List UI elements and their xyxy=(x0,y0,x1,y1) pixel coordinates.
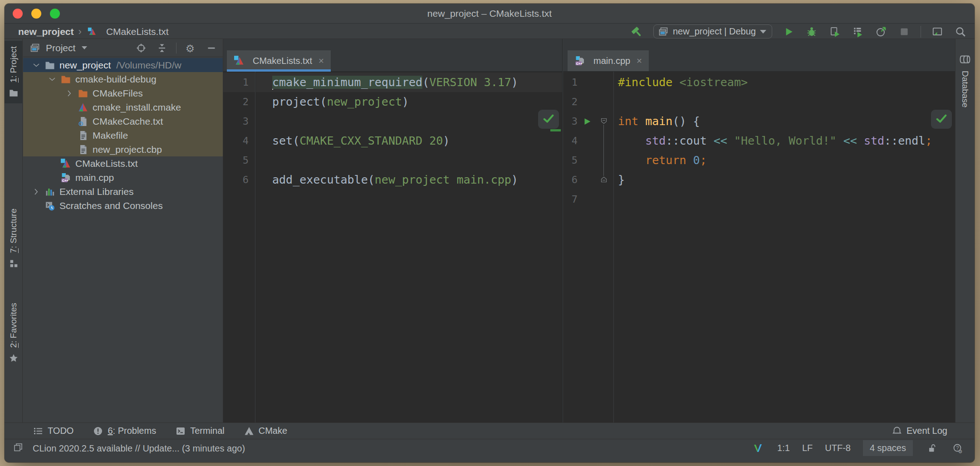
attach-profiler-button[interactable] xyxy=(851,25,865,39)
tree-item-main-cpp[interactable]: C++main.cpp xyxy=(23,170,223,184)
code-area-maincpp[interactable]: 1234567 #include <iostream>int main() { … xyxy=(563,72,955,422)
status-item-utf8[interactable]: UTF-8 xyxy=(825,443,851,453)
status-message[interactable]: CLion 2020.2.5 available // Update... (3… xyxy=(33,443,245,454)
code-line-5[interactable]: return 0; xyxy=(614,150,955,170)
editor-code[interactable]: #include <iostream>int main() { std::cou… xyxy=(614,72,955,422)
sidebar-item-database[interactable]: Database xyxy=(956,48,975,113)
run-configuration-selector[interactable]: new_project | Debug xyxy=(653,24,772,39)
close-tab-icon[interactable]: ✕ xyxy=(636,57,642,65)
code-line-7[interactable] xyxy=(614,189,955,209)
structure-icon xyxy=(9,258,19,268)
toolwindow-button-problems[interactable]: 6: Problems xyxy=(93,426,156,437)
locate-button[interactable] xyxy=(134,41,148,55)
close-tab-icon[interactable]: ✕ xyxy=(318,57,324,65)
tree-item-cmakelists-txt[interactable]: CMakeLists.txt xyxy=(23,156,223,170)
breadcrumb-file[interactable]: CMakeLists.txt xyxy=(106,26,169,37)
code-line-3[interactable]: int main() { xyxy=(614,112,955,131)
tree-item-new-project-cbp[interactable]: new_project.cbp xyxy=(23,142,223,156)
run-coverage-button[interactable] xyxy=(828,25,842,39)
panel-title[interactable]: Project xyxy=(46,43,75,53)
tree-item-label: CMakeFiles xyxy=(93,88,143,99)
terminal-icon xyxy=(175,426,186,437)
code-line-4[interactable]: set(CMAKE_CXX_STANDARD 20) xyxy=(256,131,562,150)
code-line-6[interactable]: } xyxy=(614,170,955,189)
run-toolbar: new_project | Debug xyxy=(630,24,967,39)
editor-code[interactable]: cmake_minimum_required(VERSION 3.17)proj… xyxy=(256,72,562,422)
search-button[interactable] xyxy=(954,25,967,39)
profiler-button[interactable] xyxy=(874,25,888,39)
tree-item-cmake-install-cmake[interactable]: cmake_install.cmake xyxy=(23,100,223,114)
gutter-line-4: 4 xyxy=(563,131,613,150)
sidebar-item-structure[interactable]: 7: Structure xyxy=(5,203,22,274)
analysis-v-indicator[interactable] xyxy=(751,442,765,455)
tree-item-cmakefiles[interactable]: CMakeFiles xyxy=(23,86,223,100)
tab-cmakelists[interactable]: CMakeLists.txt ✕ xyxy=(227,50,331,71)
chevron-expanded-icon[interactable] xyxy=(44,75,60,83)
code-line-3[interactable] xyxy=(256,112,562,131)
code-line-1[interactable]: #include <iostream> xyxy=(614,73,955,92)
tree-item-external-libraries[interactable]: External Libraries xyxy=(23,184,223,199)
file-gear-icon: ⚙ xyxy=(77,116,89,127)
code-line-5[interactable] xyxy=(256,150,562,170)
tree-item-cmakecache-txt[interactable]: ⚙CMakeCache.txt xyxy=(23,114,223,128)
hide-button[interactable] xyxy=(205,41,218,55)
project-tree: new_project/Volumes/HD/wcmake-build-debu… xyxy=(23,58,223,422)
debug-bug-icon xyxy=(806,26,818,38)
toolwindow-switcher-icon[interactable] xyxy=(13,442,24,455)
code-area-cmakelists[interactable]: 123456 cmake_minimum_required(VERSION 3.… xyxy=(223,72,562,422)
tree-item-label: CMakeLists.txt xyxy=(75,158,138,169)
sidebar-item-project[interactable]: 1: Project xyxy=(5,41,22,103)
code-line-2[interactable]: project(new_project) xyxy=(256,92,562,112)
gutter-line-2: 2 xyxy=(563,92,613,112)
toolwindow-button-cmake[interactable]: CMake xyxy=(244,426,287,437)
toolwindow-button-label: TODO xyxy=(48,426,74,436)
run-configuration-label: new_project | Debug xyxy=(673,26,756,37)
stop-button[interactable] xyxy=(897,25,911,39)
inspections-indicator[interactable]: ?⚙ xyxy=(951,442,965,455)
tab-maincpp[interactable]: C++ main.cpp ✕ xyxy=(568,50,649,71)
code-line-6[interactable]: add_executable(new_project main.cpp) xyxy=(256,170,562,189)
run-button[interactable] xyxy=(782,25,795,39)
collapse-all-icon xyxy=(157,43,167,53)
toolwindow-button-eventlog[interactable]: Event Log xyxy=(892,426,947,437)
bottom-toolwindow-bar: TODO6: ProblemsTerminalCMakeEvent Log xyxy=(5,422,975,439)
chevron-collapsed-icon[interactable] xyxy=(29,188,44,196)
fold-open-icon[interactable] xyxy=(600,117,608,125)
tree-item-new-project[interactable]: new_project/Volumes/HD/w xyxy=(23,58,223,72)
build-hammer-button[interactable] xyxy=(630,25,644,39)
run-line-icon[interactable] xyxy=(578,116,597,126)
status-item-11[interactable]: 1:1 xyxy=(777,443,790,453)
chevron-down-icon xyxy=(760,30,766,34)
breadcrumb-project[interactable]: new_project xyxy=(18,26,74,37)
chevron-collapsed-icon[interactable] xyxy=(62,89,77,97)
tree-item-cmake-build-debug[interactable]: cmake-build-debug xyxy=(23,72,223,86)
code-line-4[interactable]: std::cout << "Hello, World!" << std::end… xyxy=(614,131,955,150)
status-item-lf[interactable]: LF xyxy=(802,443,813,453)
collapse-all-button[interactable] xyxy=(155,41,169,55)
svg-text:⚙: ⚙ xyxy=(78,120,84,127)
tree-item-scratches-and-consoles[interactable]: Scratches and Consoles xyxy=(23,199,223,213)
profiler-icon xyxy=(875,26,887,38)
sidebar-item-favorites[interactable]: 2: Favorites xyxy=(5,297,22,369)
unlock-indicator[interactable] xyxy=(925,442,939,455)
inspections-status-widget[interactable] xyxy=(538,110,559,129)
toolwindow-button-terminal[interactable]: Terminal xyxy=(175,426,225,437)
terminal-window-button[interactable] xyxy=(931,25,944,39)
code-line-2[interactable] xyxy=(614,92,955,112)
gutter-line-5: 5 xyxy=(563,150,613,170)
status-item-4spaces[interactable]: 4 spaces xyxy=(863,440,913,456)
cpp-file-icon: C++ xyxy=(60,172,72,183)
settings-gear-button[interactable]: ⚙ xyxy=(184,41,197,55)
toolwindow-button-todo[interactable]: TODO xyxy=(33,426,74,437)
toolwindow-button-label: CMake xyxy=(259,426,287,436)
file-text-icon xyxy=(77,130,89,141)
tree-item-label: CMakeCache.txt xyxy=(93,116,163,127)
fold-close-icon[interactable] xyxy=(600,176,608,183)
left-toolwindow-stripe: 1: Project7: Structure2: Favorites xyxy=(5,39,23,422)
chevron-expanded-icon[interactable] xyxy=(29,61,44,69)
tree-item-makefile[interactable]: Makefile xyxy=(23,128,223,142)
code-line-1[interactable]: cmake_minimum_required(VERSION 3.17) xyxy=(256,73,562,92)
titlebar[interactable]: new_project – CMakeLists.txt xyxy=(5,4,975,24)
inspections-status-widget[interactable] xyxy=(931,110,952,129)
debug-bug-button[interactable] xyxy=(805,25,818,39)
